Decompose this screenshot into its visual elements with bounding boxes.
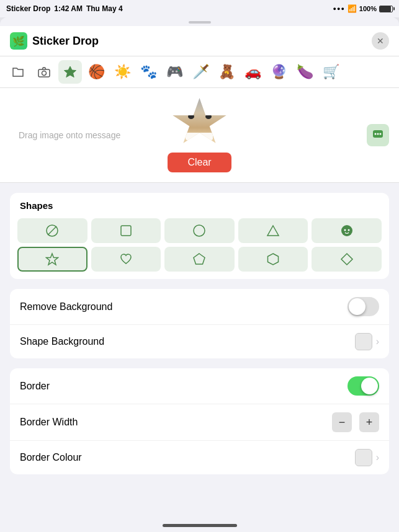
image-preview: [171, 98, 227, 148]
svg-point-14: [347, 229, 349, 231]
options-icon-button[interactable]: [367, 124, 389, 146]
shapes-grid: [10, 216, 389, 279]
shape-background-row[interactable]: Shape Background ›: [10, 325, 389, 358]
status-bar: Sticker Drop 1:42 AM Thu May 4 ●●● 📶 100…: [0, 0, 399, 17]
border-width-stepper: − +: [332, 412, 379, 432]
shape-background-color: [355, 333, 372, 350]
battery-label: 100%: [359, 5, 377, 12]
border-width-label: Border Width: [20, 417, 78, 428]
shape-hexagon[interactable]: [238, 247, 308, 272]
signal-icon: ●●●: [333, 6, 345, 12]
remove-background-label: Remove Background: [20, 301, 112, 313]
toolbar-tools[interactable]: 🗡️: [189, 60, 212, 84]
shape-diamond[interactable]: [312, 247, 382, 272]
shapes-title: Shapes: [10, 193, 389, 216]
remove-background-toggle[interactable]: [347, 297, 379, 316]
border-row: Border: [10, 368, 389, 404]
shape-square[interactable]: [91, 218, 161, 243]
shapes-section: Shapes: [10, 193, 389, 279]
remove-background-row: Remove Background: [10, 289, 389, 325]
close-button[interactable]: ✕: [372, 32, 389, 50]
app-icon: 🌿: [10, 32, 27, 50]
home-indicator: [163, 524, 237, 527]
eye-right: [205, 114, 212, 119]
content-area: Shapes: [0, 183, 399, 532]
face-clipped: [171, 98, 227, 148]
svg-marker-15: [47, 254, 58, 265]
shape-face[interactable]: [312, 218, 382, 243]
clear-button[interactable]: Clear: [168, 153, 231, 172]
status-time: 1:42 AM: [54, 4, 83, 13]
status-date: Thu May 4: [86, 4, 123, 13]
battery-icon: [379, 6, 393, 12]
svg-point-6: [380, 133, 382, 135]
image-preview-wrapper: Clear: [168, 98, 231, 172]
svg-point-4: [375, 133, 377, 135]
shape-background-label: Shape Background: [20, 336, 104, 347]
toolbar-gamepad[interactable]: 🎮: [163, 60, 186, 84]
shape-none[interactable]: [17, 218, 87, 243]
border-colour-row[interactable]: Border Colour ›: [10, 441, 389, 474]
shape-background-chevron: ›: [376, 336, 379, 347]
border-toggle[interactable]: [347, 376, 379, 396]
toolbar-folder[interactable]: [6, 60, 30, 84]
border-label: Border: [20, 381, 50, 392]
shape-background-right: ›: [355, 333, 379, 350]
svg-point-10: [194, 225, 205, 236]
svg-point-12: [341, 225, 352, 236]
toolbar-paw[interactable]: 🐾: [137, 60, 160, 84]
modal-header: 🌿 Sticker Drop ✕: [0, 26, 399, 56]
shape-pentagon[interactable]: [164, 247, 235, 272]
toolbar-cart[interactable]: 🛒: [319, 60, 343, 84]
toolbar-eggplant[interactable]: 🍆: [293, 60, 316, 84]
toolbar-orb[interactable]: 🔮: [267, 60, 290, 84]
modal: 🌿 Sticker Drop ✕ 🏀 ☀️ 🐾 🎮 �: [0, 17, 399, 532]
app-name-status: Sticker Drop: [6, 4, 50, 13]
toolbar-camera[interactable]: [32, 60, 56, 84]
battery-fill: [380, 6, 391, 12]
svg-rect-9: [121, 226, 131, 236]
mask-overlay: [186, 133, 213, 140]
settings-section: Remove Background Shape Background ›: [10, 289, 389, 358]
remove-background-right: [347, 297, 379, 316]
svg-marker-2: [65, 66, 76, 78]
border-width-minus[interactable]: −: [332, 412, 352, 432]
border-width-plus[interactable]: +: [359, 412, 379, 432]
shape-triangle[interactable]: [238, 218, 308, 243]
svg-marker-17: [268, 254, 279, 265]
wifi-icon: 📶: [347, 4, 357, 13]
border-toggle-right: [347, 376, 379, 396]
shape-heart[interactable]: [91, 247, 161, 272]
image-area: Drag image onto message Clear: [0, 88, 399, 183]
toolbar-car[interactable]: 🚗: [241, 60, 264, 84]
emoji-toolbar: 🏀 ☀️ 🐾 🎮 🗡️ 🧸 🚗 🔮 🍆 🛒: [0, 56, 399, 88]
eye-left: [188, 114, 194, 119]
modal-title-area: 🌿 Sticker Drop: [10, 32, 99, 50]
border-width-row: Border Width − +: [10, 404, 389, 441]
svg-marker-16: [194, 254, 205, 264]
border-colour-chevron: ›: [376, 452, 379, 463]
border-colour-right: ›: [355, 449, 379, 466]
toolbar-star[interactable]: [58, 60, 82, 84]
drag-text: Drag image onto message: [19, 130, 120, 140]
toolbar-basketball[interactable]: 🏀: [84, 60, 108, 84]
svg-marker-11: [267, 226, 279, 236]
status-bar-right: ●●● 📶 100%: [333, 4, 393, 13]
svg-point-1: [42, 71, 47, 76]
svg-marker-18: [341, 254, 352, 265]
app-icon-emoji: 🌿: [12, 35, 25, 47]
top-drag-bar: [189, 21, 211, 24]
status-bar-left: Sticker Drop 1:42 AM Thu May 4: [6, 4, 123, 13]
border-colour-label: Border Colour: [20, 452, 82, 463]
border-colour-swatch: [355, 449, 372, 466]
svg-line-8: [48, 226, 56, 235]
shape-circle[interactable]: [164, 218, 235, 243]
border-settings-section: Border Border Width − + Border Colour ›: [10, 368, 389, 474]
modal-title: Sticker Drop: [32, 35, 99, 48]
shape-star[interactable]: [17, 247, 87, 272]
svg-point-13: [344, 229, 346, 231]
toolbar-sun[interactable]: ☀️: [110, 60, 134, 84]
top-drag-area: [0, 17, 399, 26]
svg-point-5: [377, 133, 379, 135]
toolbar-bear[interactable]: 🧸: [215, 60, 238, 84]
